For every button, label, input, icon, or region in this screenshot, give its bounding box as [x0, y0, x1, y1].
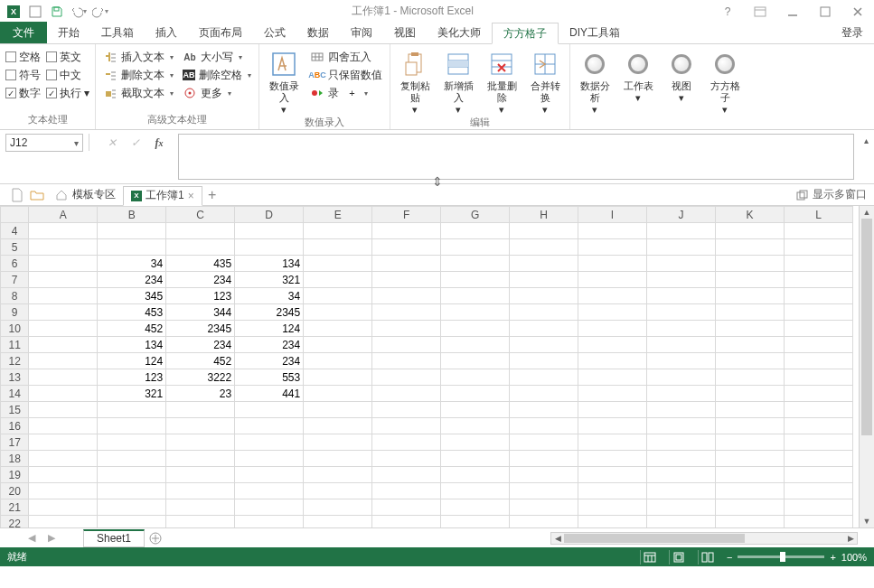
cancel-formula-icon[interactable]: ✕ — [100, 134, 124, 152]
cell[interactable] — [441, 353, 510, 369]
cell[interactable] — [372, 321, 441, 337]
row-header[interactable]: 4 — [1, 223, 29, 239]
login-link[interactable]: 登录 — [831, 23, 874, 43]
cmd-numeric-input[interactable]: 数值录入▾ — [265, 48, 303, 116]
cell[interactable] — [784, 451, 852, 467]
cell[interactable] — [304, 304, 372, 321]
cell[interactable] — [510, 402, 578, 418]
cell[interactable] — [441, 467, 510, 483]
cell[interactable]: 321 — [235, 272, 304, 288]
cell[interactable] — [98, 483, 166, 499]
cell[interactable] — [372, 272, 441, 288]
zoom-in-icon[interactable]: + — [830, 552, 835, 563]
cell[interactable] — [235, 516, 304, 528]
cell[interactable]: 234 — [235, 353, 304, 369]
cell[interactable] — [510, 369, 578, 386]
cell[interactable] — [441, 516, 510, 528]
cell[interactable]: 134 — [235, 256, 304, 272]
view-normal-icon[interactable] — [640, 550, 660, 565]
cell[interactable] — [578, 321, 647, 337]
tab-data[interactable]: 数据 — [296, 22, 340, 43]
cell[interactable] — [647, 223, 716, 239]
cell[interactable] — [29, 304, 98, 321]
cell[interactable] — [647, 386, 716, 402]
cell[interactable] — [98, 239, 166, 256]
tab-beautify[interactable]: 美化大师 — [427, 22, 492, 43]
cell[interactable] — [372, 386, 441, 402]
cmd-insert-text[interactable]: 插入文本▾ — [101, 48, 175, 66]
cell[interactable] — [441, 483, 510, 499]
column-header[interactable]: D — [235, 207, 304, 223]
redo-icon[interactable]: ▾ — [90, 2, 110, 22]
row-header[interactable]: 17 — [1, 434, 29, 451]
cell[interactable] — [29, 467, 98, 483]
ribbon-options-icon[interactable] — [747, 2, 773, 22]
zoom-control[interactable]: − + 100% — [727, 552, 867, 563]
column-header[interactable]: A — [29, 207, 98, 223]
cell[interactable] — [647, 239, 716, 256]
cell[interactable] — [372, 239, 441, 256]
chk-space[interactable]: 空格 — [5, 48, 41, 66]
cell[interactable] — [784, 272, 852, 288]
cell[interactable] — [441, 256, 510, 272]
cell[interactable] — [304, 451, 372, 467]
cell[interactable] — [578, 483, 647, 499]
cell[interactable] — [647, 288, 716, 304]
cell[interactable] — [510, 272, 578, 288]
save-icon[interactable] — [47, 2, 67, 22]
next-sheet-icon[interactable]: ▶ — [48, 532, 55, 544]
column-header[interactable]: C — [166, 207, 235, 223]
cell[interactable]: 134 — [98, 337, 166, 353]
file-doc-icon[interactable] — [7, 185, 27, 205]
new-blank-icon[interactable] — [25, 2, 45, 22]
cell[interactable] — [715, 288, 784, 304]
row-header[interactable]: 8 — [1, 288, 29, 304]
cell[interactable] — [715, 499, 784, 516]
cell[interactable] — [578, 418, 647, 434]
cell[interactable]: 234 — [166, 337, 235, 353]
prev-sheet-icon[interactable]: ◀ — [28, 532, 35, 544]
cell[interactable]: 123 — [166, 288, 235, 304]
cmd-case[interactable]: Ab大小写▾ — [181, 48, 253, 66]
cell[interactable] — [510, 256, 578, 272]
cell[interactable] — [715, 304, 784, 321]
cell[interactable] — [578, 386, 647, 402]
chk-symbol[interactable]: 符号 — [5, 66, 41, 84]
scroll-up-icon[interactable]: ▲ — [860, 206, 874, 219]
cell[interactable] — [715, 337, 784, 353]
cell[interactable] — [304, 223, 372, 239]
worksheet-grid[interactable]: ABCDEFGHIJKL4563443513472342343218345123… — [0, 206, 859, 527]
cmd-worksheet[interactable]: 工作表▾ — [619, 48, 657, 104]
cell[interactable] — [578, 223, 647, 239]
workbook-tab[interactable]: X工作簿1× — [123, 186, 202, 206]
cell[interactable] — [578, 353, 647, 369]
cell[interactable]: 553 — [235, 369, 304, 386]
cell[interactable] — [29, 288, 98, 304]
cell[interactable] — [235, 467, 304, 483]
row-header[interactable]: 20 — [1, 483, 29, 499]
cell[interactable] — [510, 321, 578, 337]
cell[interactable] — [647, 256, 716, 272]
cell[interactable] — [784, 353, 852, 369]
cell[interactable] — [715, 451, 784, 467]
cell[interactable] — [715, 483, 784, 499]
scroll-thumb[interactable] — [564, 534, 745, 543]
cell[interactable] — [29, 434, 98, 451]
cell[interactable] — [304, 483, 372, 499]
chk-cn[interactable]: 中文 — [46, 66, 89, 84]
row-header[interactable]: 13 — [1, 369, 29, 386]
row-header[interactable]: 18 — [1, 451, 29, 467]
cell[interactable] — [372, 288, 441, 304]
cell[interactable]: 321 — [98, 386, 166, 402]
cmd-more[interactable]: 更多▾ — [181, 84, 253, 102]
add-sheet-button[interactable] — [145, 529, 166, 547]
cell[interactable] — [235, 434, 304, 451]
row-header[interactable]: 15 — [1, 402, 29, 418]
cell[interactable] — [441, 386, 510, 402]
cell[interactable] — [98, 467, 166, 483]
show-multi-window[interactable]: 显示多窗口 — [796, 187, 867, 202]
folder-icon[interactable] — [27, 185, 47, 205]
cell[interactable] — [372, 451, 441, 467]
cell[interactable] — [29, 337, 98, 353]
cell[interactable] — [304, 256, 372, 272]
